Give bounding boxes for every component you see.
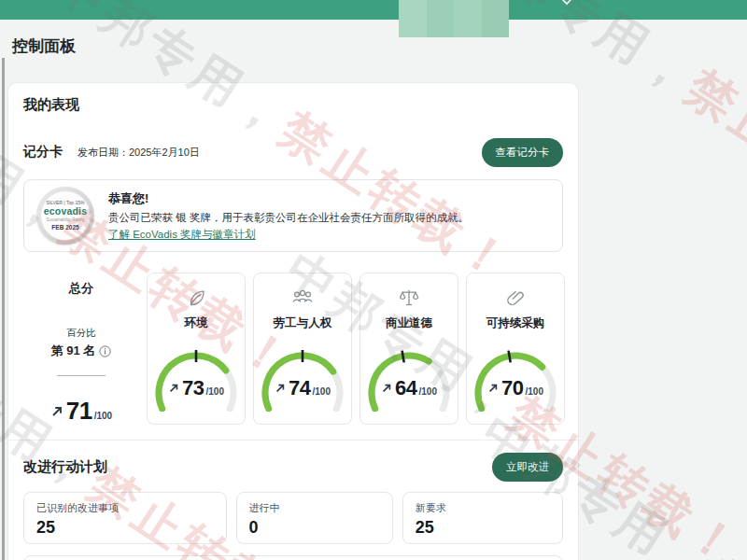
stat-identified-improvements: 已识别的改进事项 25 (23, 492, 227, 544)
category-score-denominator: /100 (313, 386, 331, 397)
improvement-stats-row: 已识别的改进事项 25 进行中 0 新要求 25 (23, 492, 563, 544)
category-score-number: 73 (182, 376, 204, 400)
improvement-section-title: 改进行动计划 (23, 458, 107, 476)
score-gauge: 64/100 (360, 343, 458, 415)
category-score-card: 商业道德64/100 (359, 273, 458, 425)
medal-face: SILVER | Top 15% ecovadis Sustainability… (40, 190, 91, 241)
congratulations-banner: SILVER | Top 15% ecovadis Sustainability… (23, 179, 563, 252)
improvement-header-row: 改进行动计划 立即改进 (23, 453, 563, 481)
section-divider (8, 440, 578, 441)
clipped-bottom-panel (23, 555, 563, 560)
performance-section-title: 我的表现 (23, 96, 563, 114)
paperclip-icon (467, 286, 564, 310)
percentile-label: 百分比 (23, 327, 139, 340)
page-title: 控制面板 (12, 35, 76, 57)
stat-label: 新要求 (416, 501, 550, 515)
medal-brand-text: ecovadis (44, 205, 88, 217)
scales-icon (360, 286, 458, 310)
category-label: 环境 (148, 315, 245, 331)
congratulations-message: 贵公司已荣获 银 奖牌，用于表彰贵公司在企业社会责任方面所取得的成就。 (108, 211, 469, 225)
improve-now-button[interactable]: 立即改进 (492, 453, 563, 482)
total-score-value: 71 /100 (23, 397, 139, 426)
congratulations-text-block: 恭喜您! 贵公司已荣获 银 奖牌，用于表彰贵公司在企业社会责任方面所取得的成就。… (108, 190, 469, 242)
category-label: 劳工与人权 (254, 315, 351, 331)
score-gauge: 74/100 (254, 343, 351, 415)
info-icon[interactable] (99, 345, 111, 357)
trend-up-arrow-icon (168, 383, 179, 394)
category-score-denominator: /100 (526, 386, 543, 397)
trend-up-arrow-icon (50, 405, 63, 418)
total-score-label: 总分 (23, 280, 139, 297)
trend-up-arrow-icon (275, 383, 286, 394)
category-score-card: 环境73/100 (147, 273, 246, 425)
medal-program-link[interactable]: 了解 EcoVadis 奖牌与徽章计划 (108, 229, 256, 240)
total-score-column: 总分 百分比 第 91 名 71 /100 (23, 273, 139, 425)
trend-up-arrow-icon (381, 383, 392, 394)
dashboard-page: 控制面板 我的表现 记分卡 发布日期：2025年2月10日 查看记分卡 SILV… (0, 0, 747, 560)
leaf-icon (148, 286, 245, 310)
rank-line: 第 91 名 (23, 343, 139, 359)
window-edge-divider (2, 58, 5, 560)
score-gauge: 73/100 (148, 343, 245, 415)
view-scorecard-button[interactable]: 查看记分卡 (482, 138, 564, 167)
total-divider (57, 375, 106, 376)
stat-label: 已识别的改进事项 (36, 501, 214, 515)
category-score-number: 74 (289, 376, 310, 400)
nav-menu-segment[interactable] (482, 0, 510, 37)
publish-date: 发布日期：2025年2月10日 (78, 146, 200, 160)
nav-menu-highlight[interactable] (399, 0, 509, 37)
scores-row: 总分 百分比 第 91 名 71 /100 (23, 273, 563, 425)
stat-value: 25 (36, 518, 214, 538)
category-score-value: 73/100 (148, 376, 245, 400)
top-navigation-bar (0, 0, 747, 20)
stat-value: 25 (416, 518, 550, 538)
category-score-denominator: /100 (419, 386, 437, 397)
category-score-denominator: /100 (206, 386, 224, 397)
medal-date-text: FEB 2025 (51, 224, 78, 231)
category-score-value: 70/100 (467, 376, 564, 400)
scorecard-header-row: 记分卡 发布日期：2025年2月10日 查看记分卡 (23, 138, 563, 166)
stat-in-progress: 进行中 0 (236, 492, 393, 544)
trend-up-arrow-icon (487, 383, 499, 394)
nav-menu-segment[interactable] (454, 0, 482, 37)
total-score-number: 71 (66, 397, 92, 426)
category-label: 商业道德 (360, 315, 458, 331)
scorecard-label: 记分卡 (23, 144, 63, 161)
score-gauge: 70/100 (467, 343, 564, 415)
stat-new-requirements: 新要求 25 (402, 492, 563, 544)
medal-tagline-text: Sustainability Rating (47, 217, 85, 223)
chevron-down-icon[interactable] (560, 0, 573, 6)
category-score-card: 劳工与人权74/100 (253, 273, 352, 425)
category-score-value: 74/100 (254, 376, 351, 400)
category-score-card: 可持续采购70/100 (466, 273, 565, 425)
category-score-number: 64 (395, 376, 416, 400)
category-score-number: 70 (501, 376, 523, 400)
rank-text: 第 91 名 (51, 343, 96, 359)
nav-menu-segment[interactable] (399, 0, 427, 37)
congratulations-title: 恭喜您! (108, 190, 469, 207)
category-score-value: 64/100 (360, 376, 458, 400)
ecovadis-silver-medal-icon: SILVER | Top 15% ecovadis Sustainability… (36, 187, 94, 245)
category-label: 可持续采购 (467, 315, 564, 331)
stat-label: 进行中 (249, 501, 380, 515)
people-icon (254, 286, 351, 310)
stat-value: 0 (249, 518, 380, 538)
nav-menu-segment[interactable] (427, 0, 455, 37)
total-score-denominator: /100 (94, 411, 112, 421)
my-performance-card: 我的表现 记分卡 发布日期：2025年2月10日 查看记分卡 SILVER | … (7, 82, 579, 560)
